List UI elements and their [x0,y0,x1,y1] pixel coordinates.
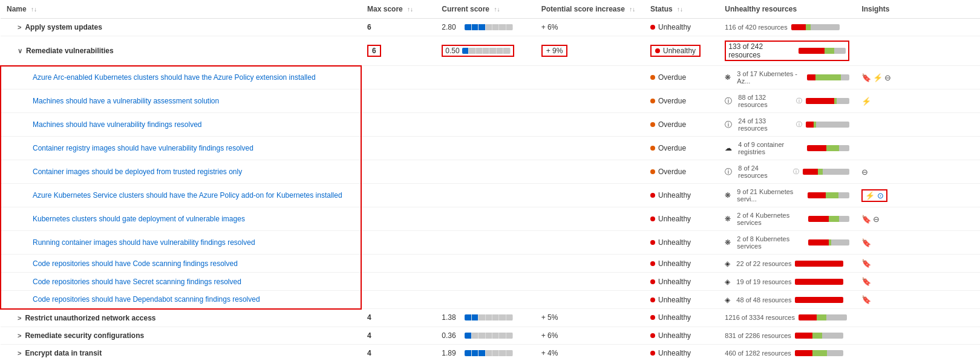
col-header-name[interactable]: Name ↑↓ [1,0,361,19]
parent-row-name[interactable]: > Encrypt data in transit [1,344,361,361]
chevron-right-icon: > [18,332,21,339]
table-row: > Remediate security configurations 4 0.… [1,327,980,344]
recommendation-link[interactable]: Azure Arc-enabled Kubernetes clusters sh… [33,73,316,82]
resource-count: 4 of 9 container registries [738,141,803,155]
status-cell: Unhealthy [644,36,719,66]
child-currentscore [436,66,535,89]
sort-maxscore-icon[interactable]: ↑↓ [407,6,413,13]
circle-right-icon[interactable]: ⊙ [877,191,884,200]
child-status: Unhealthy [644,255,719,273]
recommendation-link[interactable]: Machines should have vulnerability findi… [33,120,202,129]
col-header-maxscore[interactable]: Max score ↑↓ [361,0,436,19]
child-row-name[interactable]: Machines should have a vulnerability ass… [1,89,361,113]
child-row-name[interactable]: Azure Arc-enabled Kubernetes clusters sh… [1,66,361,89]
expand-icon[interactable]: > Apply system updates [18,23,102,31]
child-potential [535,255,644,273]
parent-row-name[interactable]: > Remediate security configurations [1,327,361,344]
child-currentscore [436,113,535,137]
child-currentscore [436,184,535,207]
child-status: Overdue [644,113,719,137]
recommendation-link[interactable]: Machines should have a vulnerability ass… [33,97,219,105]
table-row: ∨ Remediate vulnerabilities 6 0.50 + 9% … [1,36,980,66]
expand-icon[interactable]: > Remediate security configurations [18,331,144,340]
lightning-icon[interactable]: ⚡ [873,73,883,82]
child-maxscore [361,231,436,255]
child-row-name[interactable]: Container images should be deployed from… [1,160,361,184]
sort-status-icon[interactable]: ↑↓ [677,6,683,13]
recommendation-link[interactable]: Code repositories should have Code scann… [33,259,238,268]
status-cell: Unhealthy [644,344,719,361]
list-item: Code repositories should have Code scann… [1,255,980,273]
status-dot [650,75,655,80]
child-row-name[interactable]: Code repositories should have Secret sca… [1,273,361,291]
col-header-potential[interactable]: Potential score increase ↑↓ [535,0,644,19]
bookmark-icon[interactable]: 🔖 [861,215,871,224]
potential-cell: + 9% [535,36,644,66]
expand-icon[interactable]: > Restrict unauthorized network access [18,314,156,322]
circle-minus-icon[interactable]: ⊖ [873,215,880,224]
max-score-cell: 6 [361,36,436,66]
recommendation-link[interactable]: Container images should be deployed from… [33,167,242,176]
recommendation-link[interactable]: Running container images should have vul… [33,238,255,247]
recommendation-link[interactable]: Azure Kubernetes Service clusters should… [33,191,342,200]
child-maxscore [361,160,436,184]
parent-row-name[interactable]: > Apply system updates [1,19,361,36]
child-insights: 🔖 [855,255,980,273]
expand-icon[interactable]: > Encrypt data in transit [18,349,102,357]
expand-icon[interactable]: ∨ Remediate vulnerabilities [18,47,114,55]
recommendation-link[interactable]: Code repositories should have Dependabot… [33,295,260,304]
lightning-icon[interactable]: ⚡ [861,97,871,106]
col-header-unhealthy: Unhealthy resources [719,0,855,19]
parent-row-name[interactable]: ∨ Remediate vulnerabilities [1,36,361,66]
child-status: Unhealthy [644,231,719,255]
child-currentscore [436,231,535,255]
child-currentscore [436,255,535,273]
child-insights: ⚡⊙ [855,184,980,207]
current-score-cell: 0.36 [436,327,535,344]
child-maxscore [361,89,436,113]
status-dot [650,298,655,302]
sort-potential-icon[interactable]: ↑↓ [629,6,635,13]
recommendation-link[interactable]: Code repositories should have Secret sca… [33,278,241,286]
resource-count: 88 of 132 resources [738,94,791,108]
child-potential [535,207,644,231]
child-row-name[interactable]: Machines should have vulnerability findi… [1,113,361,137]
table-row: > Restrict unauthorized network access 4… [1,309,980,327]
col-header-currentscore[interactable]: Current score ↑↓ [436,0,535,19]
status-text: Unhealthy [658,215,691,223]
status-dot [650,146,655,151]
status-dot [650,261,655,266]
child-status: Unhealthy [644,273,719,291]
recommendation-link[interactable]: Kubernetes clusters should gate deployme… [33,215,245,223]
bookmark-icon[interactable]: 🔖 [861,295,871,304]
insights-cell [855,327,980,344]
child-potential [535,89,644,113]
col-header-status[interactable]: Status ↑↓ [644,0,719,19]
list-item: Machines should have vulnerability findi… [1,113,980,137]
table-row: > Encrypt data in transit 4 1.89 + 4% Un… [1,344,980,361]
sort-currentscore-icon[interactable]: ↑↓ [494,6,500,13]
bookmark-icon[interactable]: 🔖 [861,238,871,247]
child-row-name[interactable]: Kubernetes clusters should gate deployme… [1,207,361,231]
recommendation-link[interactable]: Container registry images should have vu… [33,144,253,152]
sort-name-icon[interactable]: ↑↓ [31,6,37,13]
child-maxscore [361,273,436,291]
status-text: Unhealthy [658,191,691,200]
child-row-name[interactable]: Running container images should have vul… [1,231,361,255]
child-row-name[interactable]: Code repositories should have Dependabot… [1,291,361,309]
circle-minus-icon[interactable]: ⊖ [861,167,868,177]
potential-cell: + 5% [535,309,644,327]
bookmark-icon[interactable]: 🔖 [861,277,871,286]
child-unhealthy: ❋2 of 8 Kubernetes services [719,231,855,255]
bookmark-icon[interactable]: 🔖 [861,259,871,268]
child-unhealthy: ⓘ88 of 132 resourcesⓘ [719,89,855,113]
lightning-icon[interactable]: ⚡ [865,191,875,200]
child-row-name[interactable]: Azure Kubernetes Service clusters should… [1,184,361,207]
child-row-name[interactable]: Code repositories should have Code scann… [1,255,361,273]
child-row-name[interactable]: Container registry images should have vu… [1,137,361,160]
circle-minus-icon[interactable]: ⊖ [884,73,891,82]
bookmark-icon[interactable]: 🔖 [861,73,871,82]
child-insights: 🔖⊖ [855,207,980,231]
resource-count: 2 of 8 Kubernetes services [737,235,805,250]
parent-row-name[interactable]: > Restrict unauthorized network access [1,309,361,327]
